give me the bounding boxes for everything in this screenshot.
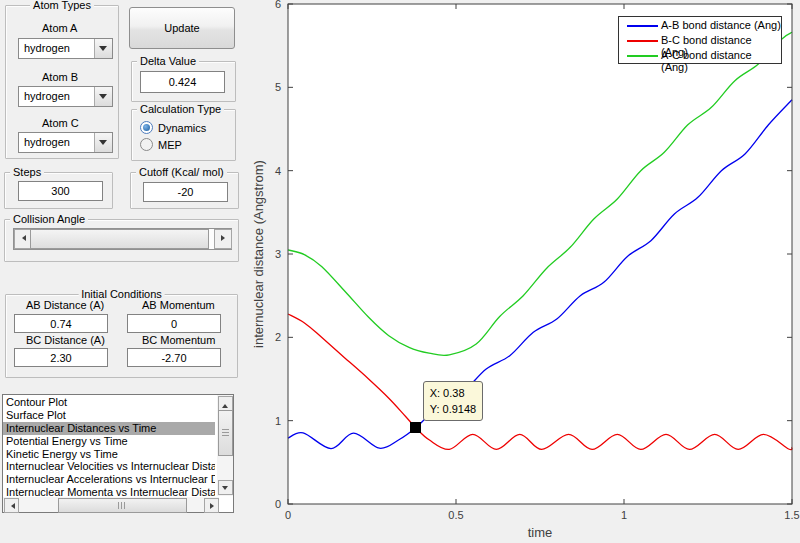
dynamics-radio[interactable] [140, 121, 153, 134]
atom-a-dropdown[interactable]: hydrogen [18, 38, 113, 59]
svg-text:time: time [528, 525, 553, 540]
legend-row: A-C bond distance (Ang) [619, 48, 781, 63]
atom-c-dropdown[interactable]: hydrogen [18, 132, 113, 153]
bc-momentum-label: BC Momentum [142, 334, 215, 346]
atom-b-label: Atom B [42, 71, 78, 83]
svg-text:3: 3 [275, 248, 281, 260]
atom-b-value: hydrogen [24, 90, 70, 102]
svg-text:0.5: 0.5 [448, 509, 463, 521]
legend-line-sample [627, 25, 658, 27]
arrow-right-icon [221, 235, 228, 241]
chevron-down-icon [99, 140, 107, 149]
atom-a-value: hydrogen [24, 42, 70, 54]
atom-c-label: Atom C [42, 117, 79, 129]
atom-a-label: Atom A [42, 22, 77, 34]
datatip[interactable]: X: 0.38 Y: 0.9148 [423, 381, 484, 421]
steps-title: Steps [10, 166, 44, 178]
plot-axes: 012345600.511.5timeinternuclear distance… [0, 0, 800, 543]
ab-momentum-field[interactable] [127, 314, 221, 333]
svg-text:2: 2 [275, 331, 281, 343]
slider-thumb[interactable] [30, 229, 209, 249]
svg-text:0: 0 [285, 509, 291, 521]
calculation-type-panel: Calculation Type Dynamics MEP [131, 109, 236, 161]
collision-angle-slider[interactable] [13, 228, 232, 250]
atom-b-dropdown-button[interactable] [94, 87, 112, 106]
update-button[interactable]: Update [129, 7, 235, 49]
steps-panel: Steps [4, 172, 113, 209]
bc-distance-field[interactable] [14, 348, 108, 367]
svg-text:1.5: 1.5 [784, 509, 799, 521]
delta-value-title: Delta Value [137, 55, 199, 67]
svg-text:4: 4 [275, 165, 281, 177]
bc-distance-label: BC Distance (A) [26, 334, 105, 346]
datatip-y-value: Y: 0.9148 [430, 401, 477, 417]
datatip-x-value: X: 0.38 [430, 385, 477, 401]
atom-b-dropdown[interactable]: hydrogen [18, 86, 113, 107]
svg-text:0: 0 [275, 498, 281, 510]
cutoff-title: Cutoff (Kcal/ mol) [136, 166, 227, 178]
delta-value-field[interactable] [140, 71, 225, 93]
legend-label: A-C bond distance (Ang) [661, 49, 781, 73]
slider-right-arrow-button[interactable] [214, 229, 232, 249]
ab-momentum-label: AB Momentum [142, 299, 215, 311]
collision-angle-title: Collision Angle [10, 213, 88, 225]
mep-radio-label: MEP [158, 139, 182, 151]
legend-label: A-B bond distance (Ang) [661, 19, 781, 31]
chevron-down-icon [99, 94, 107, 103]
collision-angle-panel: Collision Angle [4, 219, 239, 262]
mep-radio[interactable] [140, 138, 153, 151]
application-window: 012345600.511.5timeinternuclear distance… [0, 0, 800, 543]
calculation-type-title: Calculation Type [137, 103, 224, 115]
plot-legend[interactable]: A-B bond distance (Ang) B-C bond distanc… [618, 16, 782, 64]
svg-text:5: 5 [275, 81, 281, 93]
atom-c-value: hydrogen [24, 136, 70, 148]
atom-a-dropdown-button[interactable] [94, 39, 112, 58]
svg-text:1: 1 [621, 509, 627, 521]
cutoff-panel: Cutoff (Kcal/ mol) [130, 172, 239, 209]
steps-field[interactable] [18, 181, 103, 201]
ab-distance-label: AB Distance (A) [26, 299, 104, 311]
svg-text:internuclear distance (Angstro: internuclear distance (Angstrom) [251, 160, 266, 348]
initial-conditions-panel: Initial Conditions AB Distance (A) AB Mo… [5, 294, 238, 378]
atom-types-title: Atom Types [30, 0, 94, 11]
atom-c-dropdown-button[interactable] [94, 133, 112, 152]
svg-text:1: 1 [275, 415, 281, 427]
delta-value-panel: Delta Value [131, 61, 236, 102]
chevron-down-icon [99, 46, 107, 55]
arrow-left-icon [19, 235, 26, 241]
cutoff-field[interactable] [143, 182, 228, 202]
legend-line-sample [627, 55, 658, 57]
legend-row: B-C bond distance (Ang) [619, 33, 781, 48]
legend-line-sample [627, 40, 658, 42]
legend-row: A-B bond distance (Ang) [619, 18, 781, 33]
svg-text:6: 6 [275, 0, 281, 10]
datatip-marker[interactable] [410, 422, 421, 433]
dynamics-radio-label: Dynamics [158, 122, 206, 134]
atom-types-panel: Atom Types Atom A hydrogen Atom B hydrog… [5, 5, 119, 159]
bc-momentum-field[interactable] [127, 348, 221, 367]
ab-distance-field[interactable] [14, 314, 108, 333]
